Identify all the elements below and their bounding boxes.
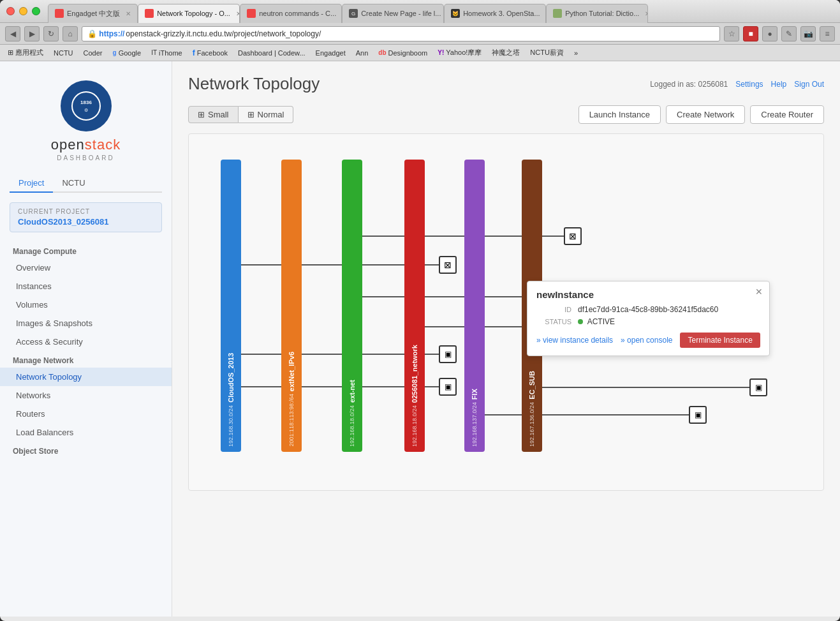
bookmarks-bar: ⊞ 應用程式 NCTU Coder g Google IT iThome f F… [0, 45, 840, 61]
network-0256081-subnet: 192.168.18.0/24 [411, 405, 418, 447]
tab-network-topology[interactable]: Network Topology - O... ✕ [138, 4, 240, 23]
sidebar-item-volumes[interactable]: Volumes [0, 296, 172, 314]
create-router-button[interactable]: Create Router [750, 105, 824, 124]
toolbar-actions: Launch Instance Create Network Create Ro… [578, 105, 824, 124]
sidebar-item-load-balancers[interactable]: Load Balancers [0, 423, 172, 442]
bookmark-label: Ann [356, 49, 369, 57]
bookmark-label: Yahoo!摩摩 [446, 48, 482, 57]
popup-close-button[interactable]: ✕ [755, 287, 763, 297]
sidebar-item-images-snapshots[interactable]: Images & Snapshots [0, 314, 172, 333]
instance-node-ec[interactable]: ▣ [749, 378, 767, 396]
sidebar-tab-nctu[interactable]: NCTU [53, 174, 94, 193]
view-small-button[interactable]: ⊞ Small [188, 106, 239, 123]
bookmark-nctu-salary[interactable]: NCTU薪資 [527, 47, 566, 59]
tab-python[interactable]: Python Tutorial: Dictio... ✕ [546, 4, 648, 23]
bookmark-ithome[interactable]: IT iThome [149, 48, 185, 58]
sidebar-tab-project[interactable]: Project [10, 174, 53, 193]
create-network-button[interactable]: Create Network [666, 105, 745, 124]
bookmark-google[interactable]: g Google [110, 48, 144, 58]
bookmark-ann[interactable]: Ann [353, 48, 371, 58]
manage-network-title: Manage Network [0, 351, 172, 368]
page-header-right: Logged in as: 0256081 Settings Help Sign… [650, 80, 824, 89]
network-extnet[interactable]: ext-net 192.168.18.0/24 [342, 160, 362, 452]
manage-compute-title: Manage Compute [0, 242, 172, 258]
bookmark-coder[interactable]: Coder [81, 48, 105, 58]
sidebar-item-instances[interactable]: Instances [0, 277, 172, 296]
tab-label: Engadget 中文版 [67, 9, 120, 19]
toolbar: ⊞ Small ⊞ Normal Launch Instance Create … [188, 105, 824, 124]
network-0256081[interactable]: 0256081_network 192.168.18.0/24 [404, 160, 425, 452]
tab-favicon [247, 9, 256, 18]
extension-btn3[interactable]: ✎ [781, 26, 797, 41]
tab-close-icon[interactable]: ✕ [126, 10, 131, 17]
address-box[interactable]: 🔒 https:// openstack-grizzly.it.nctu.edu… [82, 26, 720, 41]
tab-neutron[interactable]: neutron commands - C... ✕ [240, 4, 342, 23]
extension-btn4[interactable]: 📷 [800, 26, 816, 41]
minimize-button[interactable] [19, 7, 27, 15]
tab-engadget[interactable]: Engadget 中文版 ✕ [48, 4, 138, 23]
tab-close-icon[interactable]: ✕ [236, 10, 240, 17]
back-button[interactable]: ◀ [5, 26, 20, 41]
router-node-1[interactable]: ⊠ [439, 256, 457, 274]
close-button[interactable] [6, 7, 15, 15]
view-instance-details-link[interactable]: view instance details [536, 336, 613, 345]
bookmark-more[interactable]: » [571, 48, 580, 58]
help-link[interactable]: Help [771, 80, 787, 89]
tab-label: Homework 3. OpenSta... [463, 10, 540, 17]
status-active-dot [578, 319, 583, 324]
network-fix[interactable]: FIX 192.168.137.0/24 [464, 160, 485, 452]
open-console-link[interactable]: open console [621, 336, 672, 345]
logo-text: openstack [13, 137, 159, 153]
network-cloudos[interactable]: CloudOS_2013 192.168.30.0/24 [221, 160, 241, 452]
sidebar-item-routers[interactable]: Routers [0, 405, 172, 423]
network-extnet-ipv6[interactable]: extNet_IPv6 2001:118:113:98:/64 [281, 160, 302, 452]
settings-link[interactable]: Settings [735, 80, 763, 89]
network-ec-sub-subnet: 192.167.136.0/24 [529, 402, 535, 447]
bookmark-facebook[interactable]: f Facebook [190, 47, 230, 59]
star-button[interactable]: ☆ [724, 26, 739, 41]
refresh-button[interactable]: ↻ [43, 26, 59, 41]
sidebar-item-overview[interactable]: Overview [0, 258, 172, 277]
terminate-instance-button[interactable]: Terminate Instance [680, 333, 760, 348]
network-extnet-label: ext-net [348, 380, 356, 403]
popup-id-label: ID [536, 306, 571, 313]
home-button[interactable]: ⌂ [63, 26, 78, 41]
menu-button[interactable]: ≡ [820, 26, 835, 41]
instance-node-3[interactable]: ▣ [439, 378, 457, 396]
network-fix-label: FIX [471, 389, 478, 400]
maximize-button[interactable] [32, 7, 40, 15]
bookmark-shenmozhi[interactable]: 神魔之塔 [489, 47, 522, 59]
bookmark-apps[interactable]: ⊞ 應用程式 [5, 47, 46, 59]
router-node-2[interactable]: ⊠ [564, 227, 582, 245]
tab-close-icon[interactable]: ✕ [645, 10, 648, 17]
sidebar-item-network-topology[interactable]: Network Topology [0, 368, 172, 386]
instance-node-2[interactable]: ▣ [439, 345, 457, 363]
sidebar-item-networks[interactable]: Networks [0, 386, 172, 405]
bookmark-yahoo[interactable]: Y! Yahoo!摩摩 [435, 47, 484, 59]
bookmark-nctu[interactable]: NCTU [51, 48, 76, 58]
tab-label: Network Topology - O... [157, 10, 230, 17]
instance-node-fix[interactable]: ▣ [689, 406, 707, 424]
sidebar-item-access-security[interactable]: Access & Security [0, 333, 172, 351]
bookmark-label: Coder [84, 49, 103, 57]
object-store-title: Object Store [0, 442, 172, 458]
forward-button[interactable]: ▶ [24, 26, 40, 41]
tab-homework[interactable]: 🐱 Homework 3. OpenSta... ✕ [444, 4, 546, 23]
extension-btn2[interactable]: ● [762, 26, 777, 41]
logo-icon: 1836 ⚙ [61, 80, 112, 131]
window-controls [6, 7, 40, 15]
view-normal-button[interactable]: ⊞ Normal [239, 106, 294, 123]
topology-canvas: CloudOS_2013 192.168.30.0/24 extNet_IPv6… [188, 133, 824, 491]
extension-btn1[interactable]: ■ [743, 26, 758, 41]
launch-instance-button[interactable]: Launch Instance [578, 105, 661, 124]
bookmark-label: Engadget [316, 49, 346, 57]
tab-create-page[interactable]: G Create New Page - life l... ✕ [342, 4, 444, 23]
popup-status-row: STATUS ACTIVE [536, 317, 760, 326]
bookmark-dashboard[interactable]: Dashboard | Codew... [235, 48, 308, 58]
bookmark-designboom[interactable]: db Designboom [376, 48, 430, 58]
bookmark-engadget[interactable]: Engadget [313, 48, 348, 58]
tab-favicon [55, 9, 64, 18]
tab-favicon [553, 9, 562, 18]
sign-out-link[interactable]: Sign Out [794, 80, 824, 89]
bookmark-label: Google [119, 49, 141, 57]
